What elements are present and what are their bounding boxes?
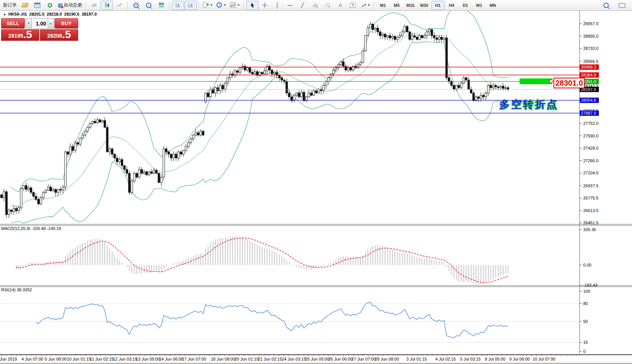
volume-input[interactable]: 1.00 [32, 18, 48, 29]
templates-button[interactable]: ▼ [228, 1, 242, 10]
horizontal-line-tool-button[interactable]: — [284, 1, 296, 10]
text-label-tool-button[interactable]: T [347, 1, 359, 10]
symbol-collapse-icon[interactable]: ▲ [3, 13, 6, 16]
channel-icon: E [312, 2, 318, 8]
fibonacci-icon: F [325, 2, 331, 8]
line-chart-mode-button[interactable] [113, 1, 125, 10]
svg-text:27752.0: 27752.0 [583, 121, 598, 126]
vertical-line-tool-button[interactable]: │ [271, 1, 284, 10]
svg-text:18 Jun 08:00: 18 Jun 08:00 [211, 357, 235, 361]
fibonacci-tool-button[interactable]: F [322, 1, 334, 10]
timeframe-m5-button[interactable]: M5 [390, 1, 403, 10]
rsi-line [36, 302, 508, 338]
zoom-out-button[interactable]: - [143, 1, 155, 10]
buy-price-main: 28208 [47, 32, 62, 40]
svg-text:29057.0: 29057.0 [583, 21, 598, 26]
time-axis: Jun 20194 Jun 07:005 Jun 08:0010 Jun 01:… [0, 355, 576, 361]
horizontal-line-icon: — [287, 3, 292, 8]
arrows-tool-button[interactable]: ▼ [359, 1, 372, 10]
autotrading-button[interactable]: 自动交易 [56, 1, 83, 10]
buy-price-display[interactable]: 28208 .5 [40, 29, 78, 41]
channel-tool-button[interactable]: E [309, 1, 321, 10]
window-icon [34, 3, 40, 8]
dropdown-caret-icon: ▼ [210, 3, 213, 7]
mt4-terminal-window: 29057.028895.028733.028566.528242.527918… [0, 0, 632, 364]
timeframe-m1-button[interactable]: M1 [377, 1, 390, 10]
chart-shift-button[interactable] [172, 1, 184, 10]
buy-button[interactable]: BUY [55, 18, 78, 29]
timeframe-mn-button[interactable]: MN [486, 1, 499, 10]
svg-text:F: F [329, 6, 330, 8]
search-button[interactable] [600, 1, 612, 10]
dropdown-caret-icon: ▼ [237, 3, 240, 7]
svg-text:335.35: 335.35 [583, 227, 596, 232]
candlestick-icon [104, 2, 110, 8]
svg-text:80: 80 [583, 301, 588, 306]
cursor-icon [250, 2, 255, 8]
volume-stepper: ▼ 1.00 ▲ [26, 18, 54, 29]
candles [1, 22, 509, 219]
volume-increase-button[interactable]: ▲ [48, 18, 54, 29]
crosshair-icon [262, 2, 268, 8]
text-tool-button[interactable]: A [334, 1, 346, 10]
chinese-annotation-text[interactable]: 多空转折点 [499, 97, 558, 111]
svg-text:100: 100 [583, 289, 590, 294]
signal-icon [48, 3, 52, 8]
svg-text:20 Jun 01:15: 20 Jun 01:15 [234, 357, 259, 361]
add-indicator-button[interactable]: ▼ [201, 1, 215, 10]
cursor-tool-button[interactable] [246, 1, 258, 10]
timeframe-h1-button[interactable]: H1 [431, 1, 444, 10]
search-icon [603, 3, 609, 8]
svg-text:28488.3: 28488.3 [581, 65, 596, 69]
svg-text:12 Jun 03:15: 12 Jun 03:15 [113, 357, 137, 361]
auto-scroll-button[interactable] [184, 1, 197, 10]
highlight-price-label[interactable]: 28301.0 [553, 78, 585, 88]
dropdown-caret-icon: ▼ [367, 3, 371, 7]
clock-icon [217, 2, 222, 8]
timeframe-m30-button[interactable]: M30 [418, 1, 431, 10]
chat-button[interactable] [616, 1, 628, 10]
text-icon: A [338, 3, 342, 8]
svg-text:21 Jun 02:15: 21 Jun 02:15 [258, 357, 282, 361]
timeframe-m15-button[interactable]: M15 [404, 1, 417, 10]
toolbar-separator [169, 2, 170, 9]
bar-chart-mode-button[interactable] [88, 1, 100, 10]
svg-text:25 Jun 05:00: 25 Jun 05:00 [305, 357, 329, 361]
macd-histogram [16, 236, 508, 285]
sell-button[interactable]: SELL [1, 18, 25, 29]
tile-windows-icon [159, 2, 164, 8]
macd-label: MACD(12,26,9) -109.48 -140.19 [1, 226, 61, 231]
timeframe-d1-button[interactable]: D1 [459, 1, 472, 10]
crosshair-tool-button[interactable] [259, 1, 271, 10]
new-order-button[interactable]: 新订单 [2, 1, 18, 10]
ohlc-open: 28201.5 [29, 12, 45, 16]
svg-text:3 Jul 01:15: 3 Jul 01:15 [406, 357, 427, 361]
trendline-tool-button[interactable]: ╱ [297, 1, 309, 10]
symbol-ohlc-bar: ▲ HK50-,H1 28201.5 28218.0 28190.5 28197… [3, 12, 97, 16]
main-toolbar: 新订单 自动交易 + - ▼ ▼ ▼ │ — ╱ E F A T ▼ M [0, 0, 632, 11]
highlight-rectangle[interactable] [520, 78, 552, 84]
auto-scroll-icon [188, 2, 194, 8]
chart-canvas[interactable]: 29057.028895.028733.028566.528242.527918… [0, 0, 632, 364]
timeframe-w1-button[interactable]: W1 [473, 1, 486, 10]
horizontal-lines[interactable] [0, 67, 579, 113]
highlighter-button[interactable] [19, 1, 31, 10]
timeframe-h4-button[interactable]: H4 [445, 1, 458, 10]
rsi-level-lines [0, 303, 579, 343]
svg-text:13 Jun 05:00: 13 Jun 05:00 [136, 357, 160, 361]
svg-text:24 Jun 03:15: 24 Jun 03:15 [282, 357, 306, 361]
svg-text:26 Jun 06:00: 26 Jun 06:00 [328, 357, 353, 361]
sell-price-display[interactable]: 28195 .5 [1, 29, 39, 41]
periods-button[interactable]: ▼ [215, 1, 228, 10]
svg-text:4 Jun 07:00: 4 Jun 07:00 [21, 357, 43, 361]
macd-axis: 335.350.00-192.43 [579, 227, 597, 287]
volume-decrease-button[interactable]: ▼ [26, 18, 32, 29]
signals-button[interactable] [44, 1, 56, 10]
market-watch-button[interactable] [31, 1, 43, 10]
zoom-in-button[interactable]: + [130, 1, 142, 10]
tile-windows-button[interactable] [155, 1, 167, 10]
candlestick-mode-button[interactable] [101, 1, 113, 10]
ohlc-low: 28190.5 [64, 12, 79, 16]
panel-separators [0, 11, 632, 355]
toolbar-separator [127, 2, 128, 9]
